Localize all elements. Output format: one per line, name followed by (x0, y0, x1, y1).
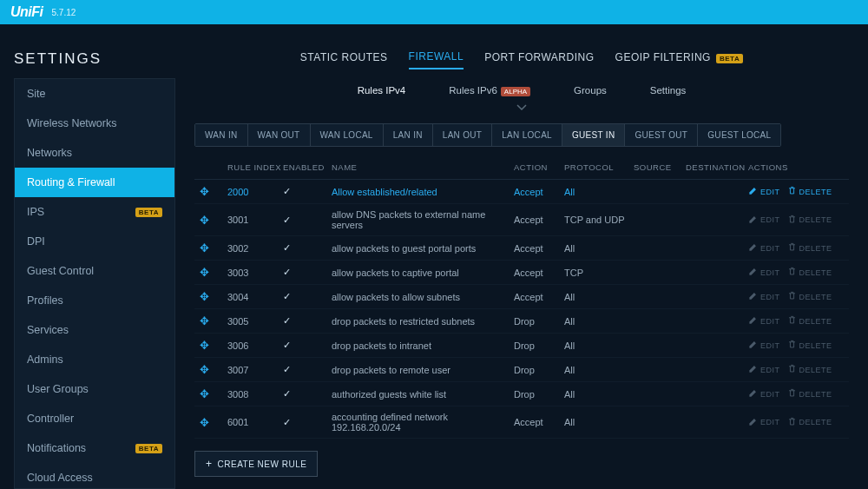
dirtab-wan-in[interactable]: WAN IN (195, 124, 248, 146)
delete-label: DELETE (799, 244, 832, 253)
table-row[interactable]: ✥3008✓authorized guests white listDropAl… (194, 382, 849, 406)
delete-button[interactable]: DELETE (787, 186, 832, 197)
edit-button[interactable]: EDIT (748, 267, 780, 278)
cell-protocol: All (564, 417, 634, 427)
edit-button[interactable]: EDIT (748, 291, 780, 302)
sidebar-item-site[interactable]: Site (15, 79, 174, 109)
cell-actions: EDITDELETE (748, 364, 844, 375)
dirtab-guest-out[interactable]: GUEST OUT (625, 124, 698, 146)
create-new-rule-button[interactable]: + CREATE NEW RULE (194, 451, 318, 477)
subtab-groups[interactable]: Groups (574, 85, 607, 96)
edit-button[interactable]: EDIT (748, 388, 780, 400)
delete-button[interactable]: DELETE (787, 364, 832, 375)
edit-button[interactable]: EDIT (748, 364, 780, 375)
col-enabled[interactable]: ENABLED (283, 162, 332, 172)
sidebar-item-notifications[interactable]: NotificationsBETA (15, 433, 174, 463)
drag-handle-icon[interactable]: ✥ (200, 266, 209, 279)
subtab-rules-ipv-[interactable]: Rules IPv4 (358, 85, 406, 96)
sidebar-item-wireless-networks[interactable]: Wireless Networks (15, 109, 174, 138)
subtab-settings[interactable]: Settings (650, 85, 687, 96)
table-row[interactable]: ✥2000✓Allow established/relatedAcceptAll… (194, 180, 849, 204)
cell-protocol: All (564, 187, 634, 197)
drag-handle-icon[interactable]: ✥ (200, 290, 209, 303)
cell-action: Accept (514, 292, 564, 302)
trash-icon (787, 291, 797, 302)
table-row[interactable]: ✥6001✓accounting defined network 192.168… (194, 406, 849, 439)
subtab-rules-ipv-[interactable]: Rules IPv6ALPHA (449, 85, 530, 96)
delete-button[interactable]: DELETE (787, 315, 832, 327)
sidebar-item-ips[interactable]: IPSBETA (15, 197, 174, 227)
edit-button[interactable]: EDIT (748, 417, 780, 428)
edit-button[interactable]: EDIT (748, 215, 780, 226)
cell-rule-index: 6001 (227, 417, 283, 427)
drag-handle-icon[interactable]: ✥ (200, 241, 209, 254)
delete-button[interactable]: DELETE (787, 340, 832, 351)
dirtab-lan-out[interactable]: LAN OUT (433, 124, 492, 146)
sidebar-item-user-groups[interactable]: User Groups (15, 374, 174, 404)
table-row[interactable]: ✥3001✓allow DNS packets to external name… (194, 204, 849, 236)
drag-handle-icon[interactable]: ✥ (200, 339, 209, 352)
sidebar-item-label: Guest Control (27, 265, 94, 277)
check-icon: ✓ (283, 215, 291, 225)
sidebar-item-controller[interactable]: Controller (15, 404, 174, 433)
table-row[interactable]: ✥3003✓allow packets to captive portalAcc… (194, 261, 849, 285)
sidebar-item-profiles[interactable]: Profiles (15, 286, 174, 315)
sidebar-item-services[interactable]: Services (15, 315, 174, 345)
dirtab-wan-out[interactable]: WAN OUT (248, 124, 311, 146)
cell-actions: EDITDELETE (748, 242, 844, 254)
cell-actions: EDITDELETE (748, 186, 844, 197)
cell-rule-index: 3001 (227, 215, 283, 225)
cell-protocol: All (564, 292, 634, 302)
sidebar-item-label: Profiles (27, 294, 63, 307)
table-row[interactable]: ✥3005✓drop packets to restricted subnets… (194, 309, 849, 334)
col-rule-index[interactable]: RULE INDEX (227, 162, 283, 172)
cell-enabled: ✓ (283, 315, 332, 327)
col-action[interactable]: ACTION (514, 162, 564, 172)
delete-button[interactable]: DELETE (787, 215, 832, 226)
drag-handle-icon[interactable]: ✥ (200, 214, 209, 227)
col-name[interactable]: NAME (332, 162, 514, 172)
drag-handle-icon[interactable]: ✥ (200, 185, 209, 198)
table-row[interactable]: ✥3006✓drop packets to intranetDropAllEDI… (194, 334, 849, 358)
chevron-down-icon[interactable] (194, 102, 849, 115)
sidebar-item-guest-control[interactable]: Guest Control (15, 256, 174, 286)
drag-handle-icon[interactable]: ✥ (200, 363, 209, 376)
col-destination[interactable]: DESTINATION (686, 162, 748, 172)
dirtab-guest-in[interactable]: GUEST IN (562, 124, 625, 146)
delete-button[interactable]: DELETE (787, 291, 832, 302)
drag-handle-icon[interactable]: ✥ (200, 387, 209, 400)
cell-enabled: ✓ (283, 388, 332, 400)
dirtab-lan-local[interactable]: LAN LOCAL (492, 124, 562, 146)
drag-handle-icon[interactable]: ✥ (200, 314, 209, 327)
tab-geoip-filtering[interactable]: GEOIP FILTERINGBETA (615, 51, 744, 69)
dirtab-guest-local[interactable]: GUEST LOCAL (698, 124, 780, 146)
cell-action: Drop (514, 365, 564, 375)
sidebar-item-routing-firewall[interactable]: Routing & Firewall (15, 168, 174, 197)
sidebar-item-cloud-access[interactable]: Cloud Access (15, 463, 174, 489)
dirtab-wan-local[interactable]: WAN LOCAL (311, 124, 384, 146)
table-row[interactable]: ✥3002✓allow packets to guest portal port… (194, 236, 849, 261)
col-protocol[interactable]: PROTOCOL (564, 162, 634, 172)
delete-label: DELETE (799, 188, 832, 196)
tab-port-forwarding[interactable]: PORT FORWARDING (484, 51, 594, 69)
tab-firewall[interactable]: FIREWALL (409, 50, 464, 69)
delete-button[interactable]: DELETE (787, 267, 832, 278)
delete-button[interactable]: DELETE (787, 388, 832, 400)
sidebar-item-label: Controller (27, 413, 74, 425)
edit-button[interactable]: EDIT (748, 186, 780, 197)
dirtab-lan-in[interactable]: LAN IN (384, 124, 433, 146)
col-source[interactable]: SOURCE (634, 162, 686, 172)
sidebar-item-dpi[interactable]: DPI (15, 227, 174, 256)
delete-button[interactable]: DELETE (787, 242, 832, 254)
edit-button[interactable]: EDIT (748, 315, 780, 327)
sidebar-item-admins[interactable]: Admins (15, 345, 174, 374)
table-row[interactable]: ✥3007✓drop packets to remote userDropAll… (194, 358, 849, 382)
delete-button[interactable]: DELETE (787, 417, 832, 428)
sidebar-item-networks[interactable]: Networks (15, 138, 174, 168)
drag-handle-icon[interactable]: ✥ (200, 416, 209, 429)
tab-static-routes[interactable]: STATIC ROUTES (300, 51, 388, 69)
edit-button[interactable]: EDIT (748, 340, 780, 351)
edit-button[interactable]: EDIT (748, 242, 780, 254)
table-row[interactable]: ✥3004✓allow packets to allow subnetsAcce… (194, 285, 849, 309)
trash-icon (787, 242, 797, 254)
